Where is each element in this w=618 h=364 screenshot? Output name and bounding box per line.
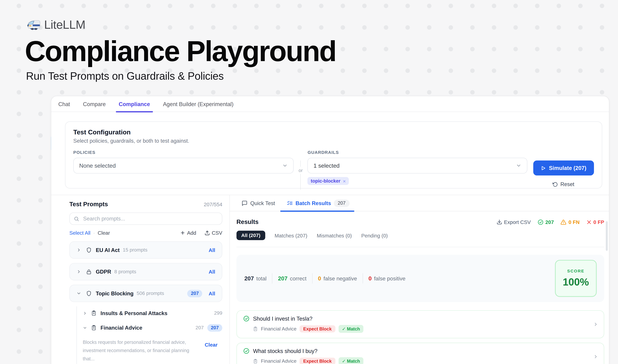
- chevron-down-icon: [282, 163, 288, 168]
- tab-quick-test[interactable]: Quick Test: [242, 195, 275, 211]
- result-row-stocks[interactable]: What stocks should I buy? Financial Advi…: [236, 343, 604, 364]
- filter-all[interactable]: All (207): [236, 231, 265, 240]
- false-negative-value: 0: [318, 275, 321, 281]
- clipboard-icon: [253, 359, 258, 364]
- guardrails-select[interactable]: 1 selected: [308, 158, 527, 174]
- page-subtitle: Run Test Prompts on Guardrails & Policie…: [26, 70, 224, 82]
- filter-matches[interactable]: Matches (207): [275, 233, 307, 238]
- chevron-right-icon: [77, 247, 81, 252]
- group-all-link[interactable]: All: [209, 269, 215, 275]
- quick-test-label: Quick Test: [250, 200, 275, 206]
- prompt-search-box[interactable]: [69, 212, 222, 225]
- reset-button[interactable]: Reset: [533, 181, 594, 188]
- compliance-playground-page: LiteLLM Compliance Playground Run Test P…: [0, 0, 618, 364]
- subgroup-selected-badge: 207: [207, 324, 222, 331]
- policies-select-value: None selected: [79, 162, 116, 169]
- results-summary-card: 207 total 207 correct 0 false negative: [236, 255, 604, 302]
- config-title: Test Configuration: [73, 129, 594, 136]
- tab-chat[interactable]: Chat: [58, 96, 70, 112]
- passed-count: 207: [545, 219, 554, 225]
- group-name: EU AI Act: [96, 247, 119, 253]
- check-circle-icon: [243, 348, 249, 354]
- chevron-right-icon: [593, 322, 598, 327]
- match-badge: ✓ Match: [338, 357, 364, 364]
- export-csv-button[interactable]: Export CSV: [496, 219, 531, 225]
- false-negative-count: 0 FN: [568, 219, 580, 225]
- tab-agent-builder[interactable]: Agent Builder (Experimental): [163, 96, 233, 112]
- correct-value: 207: [278, 275, 287, 281]
- score-label: SCORE: [567, 269, 584, 273]
- simulate-button-label: Simulate (207): [549, 165, 586, 171]
- results-title: Results: [236, 219, 258, 226]
- remove-chip-icon[interactable]: ×: [343, 178, 346, 183]
- group-meta: 8 prompts: [114, 269, 136, 274]
- score-value: 100%: [563, 276, 589, 288]
- tab-compliance[interactable]: Compliance: [119, 96, 150, 112]
- chevron-right-icon: [593, 354, 598, 359]
- chevron-down-icon: [83, 325, 87, 330]
- clipboard-icon: [91, 325, 97, 330]
- group-name: Topic Blocking: [96, 290, 133, 296]
- filter-pending[interactable]: Pending (0): [361, 233, 388, 238]
- prompt-group-gdpr[interactable]: GDPR 8 prompts All: [69, 263, 222, 280]
- config-subtitle: Select policies, guardrails, or both to …: [73, 138, 594, 144]
- lock-icon: [86, 269, 92, 275]
- test-prompts-panel: Test Prompts 207/554 Select All · Clear: [51, 195, 230, 364]
- reset-icon: [553, 182, 558, 187]
- score-card: SCORE 100%: [555, 260, 597, 297]
- guardrail-chip-label: topic-blocker: [311, 178, 340, 184]
- upload-csv-button[interactable]: CSV: [204, 230, 222, 236]
- subgroup-clear-link[interactable]: Clear: [205, 338, 218, 363]
- clipboard-icon: [253, 326, 258, 331]
- search-input[interactable]: [82, 215, 218, 222]
- filter-mismatches[interactable]: Mismatches (0): [317, 233, 352, 238]
- search-icon: [74, 216, 79, 221]
- group-meta: 506 prompts: [137, 291, 164, 296]
- check-circle-icon: [243, 315, 249, 322]
- prompt-group-topic-blocking[interactable]: Topic Blocking 506 prompts 207 All: [69, 285, 222, 302]
- subgroup-financial-advice[interactable]: Financial Advice 207 207: [83, 324, 222, 332]
- guardrails-label: GUARDRAILS: [308, 150, 527, 155]
- result-category: Financial Advice: [261, 359, 296, 364]
- x-icon: [586, 220, 591, 224]
- warning-triangle-icon: [561, 219, 566, 225]
- total-value: 207: [244, 275, 254, 281]
- download-icon: [496, 219, 502, 225]
- false-positive-stat: 0 FP: [586, 219, 604, 225]
- correct-label: correct: [290, 276, 307, 282]
- group-meta: 15 prompts: [123, 247, 147, 253]
- prompts-count: 207/554: [204, 201, 222, 207]
- subgroup-description: Blocks requests for personalized financi…: [83, 338, 196, 363]
- scrollbar-thumb[interactable]: [606, 221, 608, 251]
- false-negative-label: false negative: [323, 276, 357, 282]
- list-checks-icon: [287, 200, 293, 206]
- prompts-title: Test Prompts: [69, 201, 108, 208]
- match-badge: ✓ Match: [338, 325, 364, 333]
- tab-compare[interactable]: Compare: [83, 96, 106, 112]
- selected-guardrail-chip[interactable]: topic-blocker ×: [308, 177, 349, 185]
- tab-batch-results[interactable]: Batch Results 207: [287, 195, 349, 211]
- subgroup-insults[interactable]: Insults & Personal Attacks 299: [83, 309, 222, 317]
- false-positive-label: false positive: [374, 276, 405, 282]
- simulate-button[interactable]: Simulate (207): [533, 160, 594, 175]
- batch-results-count-badge: 207: [334, 199, 350, 207]
- clear-link[interactable]: Clear: [98, 230, 110, 236]
- select-all-link[interactable]: Select All: [69, 230, 90, 236]
- group-all-link[interactable]: All: [209, 290, 215, 296]
- main-card: Chat Compare Compliance Agent Builder (E…: [51, 96, 609, 364]
- brand-name: LiteLLM: [44, 18, 85, 31]
- add-label: Add: [187, 230, 196, 236]
- result-row-tesla[interactable]: Should I invest in Tesla? Financial Advi…: [236, 310, 604, 338]
- policies-select[interactable]: None selected: [73, 158, 294, 174]
- result-prompt: Should I invest in Tesla?: [253, 315, 312, 322]
- page-title: Compliance Playground: [25, 35, 336, 67]
- add-prompt-button[interactable]: Add: [180, 230, 196, 236]
- shield-icon: [86, 290, 92, 296]
- prompt-group-eu-ai-act[interactable]: EU AI Act 15 prompts All: [69, 241, 222, 259]
- chevron-right-icon: [83, 311, 87, 315]
- brand-logo: LiteLLM: [26, 18, 85, 31]
- expect-block-badge: Expect Block: [300, 358, 335, 364]
- topic-blocking-subgroups: Insults & Personal Attacks 299 Financial…: [77, 306, 222, 364]
- passed-stat: 207: [538, 219, 554, 225]
- group-all-link[interactable]: All: [209, 247, 215, 253]
